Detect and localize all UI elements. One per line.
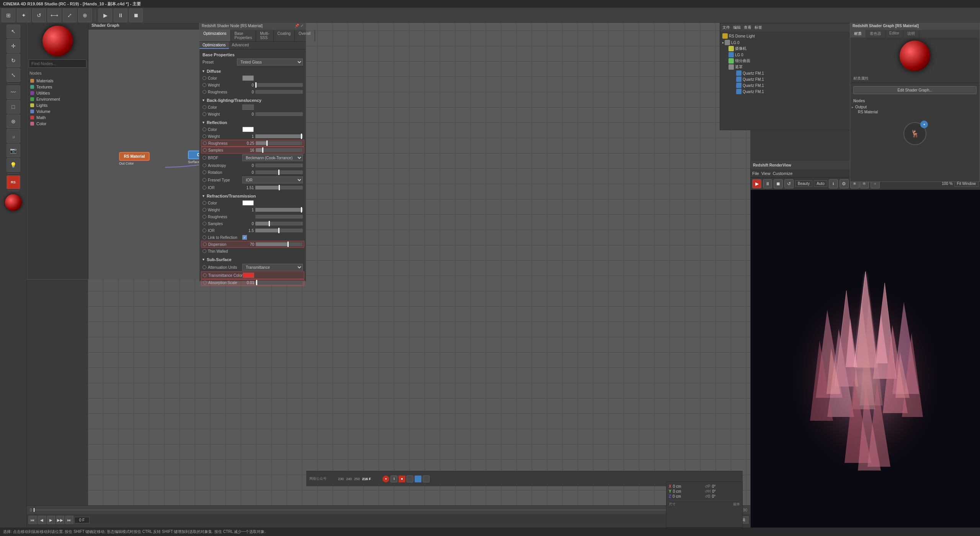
node-rs-material-item[interactable]: RS Material [850,109,980,114]
refr-samples-radio[interactable] [203,222,206,226]
timeline-bar[interactable] [34,510,742,510]
bl-color-swatch[interactable] [242,105,254,110]
preset-dropdown[interactable]: Tinted Glass [237,59,303,65]
subtab-advanced[interactable]: Advanced [229,42,252,49]
toolbar-btn-7[interactable]: ▶ [98,8,112,22]
tab-coating[interactable]: Coating [274,30,295,41]
transmittance-color-radio[interactable] [203,273,207,277]
sub-surface-section[interactable]: ▼ Sub-Surface [201,256,304,263]
inner-tab-material[interactable]: 材质 [850,30,866,38]
refr-samples-slider[interactable] [255,222,303,226]
bl-weight-slider[interactable] [255,112,303,116]
diffuse-weight-slider[interactable] [255,83,303,87]
render-settings-btn[interactable]: ⚙ [840,179,849,188]
inner-tab-notes[interactable]: 说明 [903,30,919,38]
tool-nurbs[interactable]: ⊛ [7,114,20,128]
timeline-play[interactable]: ▶ [47,516,55,524]
diffuse-roughness-slider[interactable] [255,90,303,94]
refr-roughness-slider[interactable] [255,215,303,219]
refr-color-radio[interactable] [203,201,206,205]
category-materials[interactable]: Materials [29,78,87,84]
dispersion-slider[interactable] [256,242,302,246]
diffuse-color-swatch[interactable] [242,75,254,81]
refr-weight-radio[interactable] [203,208,206,212]
tool-select[interactable]: ↖ [7,25,20,38]
absorption-slider[interactable] [256,281,302,284]
refl-ior-radio[interactable] [203,186,206,190]
refl-color-swatch[interactable] [242,127,254,132]
obj-manager-edit[interactable]: 编辑 [733,25,741,30]
category-math[interactable]: Math [29,114,87,121]
obj-manager-view[interactable]: 查看 [744,25,751,30]
obj-manager-tags[interactable]: 标签 [755,25,762,30]
render-extra1[interactable] [407,476,413,482]
timeline-back-to-start[interactable]: ⏮ [28,516,37,524]
timeline-back[interactable]: ◀ [38,516,46,524]
refl-color-radio[interactable] [203,127,206,131]
refl-weight-slider[interactable] [255,134,303,138]
link-reflection-checkbox[interactable]: ✓ [242,235,247,240]
attenuation-dropdown[interactable]: Transmittance [242,264,303,271]
toolbar-btn-3[interactable]: ↺ [32,8,46,22]
diffuse-section-header[interactable]: ▼ Diffuse [201,68,304,75]
inner-tab-shader[interactable]: 着色器 [866,30,885,38]
obj-manager-file[interactable]: 文件 [722,25,730,30]
refl-roughness-radio[interactable] [203,141,207,145]
category-volume[interactable]: Volume [29,108,87,114]
toolbar-btn-9[interactable]: ⏹ [129,8,143,22]
tab-base-properties[interactable]: Base Properties [231,30,256,41]
render-stop-btn[interactable]: ⏹ [774,179,783,188]
link-reflection-radio[interactable] [203,235,206,239]
reflection-section[interactable]: ▼ Reflection [201,119,304,126]
refl-anisotropy-slider[interactable] [255,163,303,167]
category-color[interactable]: Color [29,121,87,127]
transmittance-color-swatch[interactable] [243,273,254,278]
tab-overall[interactable]: Overall [295,30,315,41]
refl-weight-radio[interactable] [203,134,206,138]
subtab-optimizations[interactable]: Optimizations [199,42,229,49]
tool-light[interactable]: 💡 [7,158,20,172]
refr-ior-radio[interactable] [203,229,206,232]
rs-material-node[interactable]: RS Material Out Color [119,152,150,165]
diffuse-roughness-radio[interactable] [203,90,206,94]
tool-deformer[interactable]: ⟓ [7,129,20,143]
render-pause-btn[interactable]: ⏸ [763,179,772,188]
thin-walled-radio[interactable] [203,249,206,253]
category-textures[interactable]: Textures [29,84,87,90]
attenuation-radio[interactable] [203,265,206,269]
brdf-dropdown[interactable]: Beckmann (Cook-Torrance) [242,154,303,161]
tab-optimizations[interactable]: Optimizations [199,30,231,41]
refl-brdf-radio[interactable] [203,156,206,160]
tool-spline[interactable]: 〰 [7,85,20,99]
tool-rs-icon[interactable]: RS [7,175,20,189]
tool-rotate[interactable]: ↻ [7,54,20,67]
render-auto-btn[interactable]: Auto [814,180,827,187]
diffuse-weight-radio[interactable] [203,83,206,87]
refl-samples-handle[interactable] [262,147,263,153]
render-info-btn[interactable]: ℹ [829,179,838,188]
absorption-scale-radio[interactable] [203,281,207,284]
refl-roughness-handle[interactable] [266,141,268,146]
render-refresh-btn[interactable]: ↺ [784,179,794,188]
render-stop-small[interactable]: ■ [399,476,405,482]
refr-roughness-radio[interactable] [203,215,206,219]
node-output-item[interactable]: ▸ Output [850,105,980,109]
timeline-forward[interactable]: ▶▶ [56,516,64,524]
toolbar-btn-1[interactable]: ⊞ [2,8,15,22]
refl-rotation-slider[interactable] [255,170,303,174]
category-utilities[interactable]: Utilities [29,90,87,96]
find-nodes-input[interactable] [29,59,87,68]
refl-ior-slider[interactable] [255,186,303,190]
refl-samples-slider[interactable] [256,148,302,152]
render-menu-customize[interactable]: Customize [773,171,792,176]
diffuse-weight-handle[interactable] [255,82,256,88]
toolbar-btn-4[interactable]: ⟷ [47,8,61,22]
toolbar-btn-8[interactable]: ⏸ [114,8,127,22]
refr-weight-slider[interactable] [255,208,303,212]
tool-camera[interactable]: 📷 [7,144,20,157]
tool-primitive[interactable]: □ [7,100,20,114]
back-lighting-section[interactable]: ▼ Back-lighting/Translucency [201,97,304,104]
fresnel-dropdown[interactable]: IOR [242,176,303,183]
refl-samples-radio[interactable] [203,148,207,152]
toolbar-btn-2[interactable]: ✦ [17,8,31,22]
